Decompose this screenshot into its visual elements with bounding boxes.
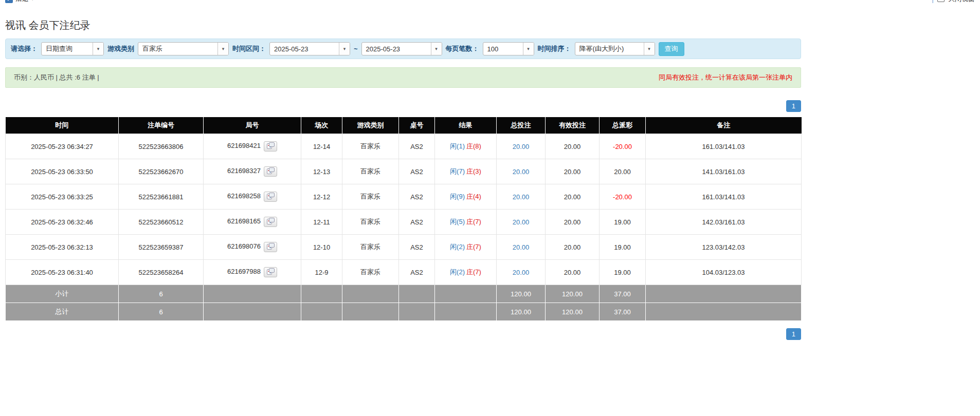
dice-icon	[267, 218, 275, 226]
round-detail-button[interactable]	[264, 217, 277, 227]
total-bet-link[interactable]: 20.00	[513, 193, 530, 201]
empty-cell	[399, 303, 435, 321]
dice-icon	[267, 193, 275, 201]
chevron-down-icon: ▾	[217, 43, 228, 55]
round-detail-button[interactable]	[264, 166, 277, 177]
total-payout: 37.00	[600, 303, 646, 321]
cell-game-type: 百家乐	[342, 134, 399, 159]
cell-session: 12-10	[301, 235, 342, 260]
cell-payout: -20.00	[600, 184, 646, 210]
total-bet-link[interactable]: 20.00	[513, 143, 530, 150]
date-from-input[interactable]: 2025-05-23 ▾	[269, 42, 350, 55]
payout-value: 19.00	[614, 243, 631, 251]
sort-value: 降幂(由大到小)	[575, 43, 644, 55]
payout-value: 20.00	[614, 168, 631, 176]
result-banker: 庄(7)	[466, 268, 481, 276]
sort-select[interactable]: 降幂(由大到小) ▾	[575, 42, 655, 55]
cell-total-bet: 20.00	[497, 134, 546, 159]
round-detail-button[interactable]	[264, 192, 277, 202]
round-id: 621697988	[227, 268, 261, 275]
page-size-select[interactable]: 100 ▾	[483, 42, 534, 55]
cell-total-bet: 20.00	[497, 235, 546, 260]
empty-cell	[342, 285, 399, 303]
payout-value: 19.00	[614, 218, 631, 226]
empty-cell	[646, 303, 802, 321]
page-1-button[interactable]: 1	[786, 100, 801, 112]
round-detail-button[interactable]	[264, 267, 277, 277]
cell-session: 12-11	[301, 210, 342, 235]
subtotal-total_bet: 120.00	[497, 285, 546, 303]
dice-icon	[267, 142, 275, 150]
column-header: 结果	[435, 117, 497, 134]
table-row: 2025-05-23 06:32:46522523660512621698165…	[6, 210, 802, 235]
empty-cell	[435, 285, 497, 303]
summary-bar: 币别：人民币 | 总共 :6 注单 | 同局有效投注，统一计算在该局第一张注单内	[5, 67, 801, 88]
main-content: 视讯 会员下注纪录 请选择： 日期查询 ▾ 游戏类别 百家乐 ▾ 时间区间： 2…	[5, 18, 801, 340]
total-bet-link[interactable]: 20.00	[513, 269, 530, 276]
cell-round: 621698421	[204, 134, 301, 159]
cell-remark: 142.03/161.03	[646, 210, 802, 235]
cell-valid-bet: 20.00	[546, 159, 600, 184]
date-separator: ~	[354, 45, 358, 53]
column-header: 时间	[6, 117, 119, 134]
table-row: 2025-05-23 06:32:13522523659387621698076…	[6, 235, 802, 260]
empty-cell	[301, 303, 342, 321]
result-player: 闲(5)	[450, 218, 465, 225]
cell-bet-id: 522523661881	[119, 184, 204, 210]
cell-table-no: AS2	[399, 134, 435, 159]
subtotal-payout: 37.00	[600, 285, 646, 303]
back-control[interactable]: ✔ 后退 ▾	[5, 0, 34, 4]
page-size-value: 100	[483, 43, 523, 55]
cell-round: 621698165	[204, 210, 301, 235]
date-to-input[interactable]: 2025-05-23 ▾	[361, 42, 442, 55]
cell-payout: 19.00	[600, 210, 646, 235]
cell-table-no: AS2	[399, 210, 435, 235]
cell-round: 621698076	[204, 235, 301, 260]
total-count: 6	[119, 303, 204, 321]
total-bet-link[interactable]: 20.00	[513, 218, 530, 226]
close-window-label: 关闭视窗	[948, 0, 975, 4]
subtotal-count: 6	[119, 285, 204, 303]
records-table: 时间注单编号局号场次游戏类别桌号结果总投注有效投注总派彩备注 2025-05-2…	[5, 117, 802, 321]
round-detail-button[interactable]	[264, 242, 277, 252]
cell-total-bet: 20.00	[497, 184, 546, 210]
column-header: 游戏类别	[342, 117, 399, 134]
empty-cell	[646, 285, 802, 303]
total-bet-link[interactable]: 20.00	[513, 243, 530, 251]
cell-session: 12-13	[301, 159, 342, 184]
round-detail-button[interactable]	[264, 141, 277, 152]
cell-remark: 123.03/142.03	[646, 235, 802, 260]
close-window-control[interactable]: | 关闭视窗	[932, 0, 975, 4]
table-row: 2025-05-23 06:33:50522523662670621698327…	[6, 159, 802, 184]
cell-result: 闲(7)庄(3)	[435, 159, 497, 184]
pagination-bottom: 1	[5, 328, 801, 340]
check-icon: ✔	[5, 0, 13, 3]
page-title: 视讯 会员下注纪录	[5, 18, 801, 32]
dice-icon	[267, 268, 275, 276]
cell-result: 闲(5)庄(7)	[435, 210, 497, 235]
total-bet-link[interactable]: 20.00	[513, 168, 530, 176]
dice-icon	[267, 167, 275, 176]
game-type-select[interactable]: 百家乐 ▾	[138, 42, 229, 55]
cell-game-type: 百家乐	[342, 235, 399, 260]
round-id: 621698076	[227, 242, 261, 250]
result-player: 闲(7)	[450, 167, 465, 175]
payout-value: -20.00	[613, 143, 632, 150]
cell-total-bet: 20.00	[497, 159, 546, 184]
page-1-button[interactable]: 1	[786, 328, 801, 340]
column-header: 注单编号	[119, 117, 204, 134]
result-banker: 庄(7)	[466, 218, 481, 225]
select-type-label: 请选择：	[11, 44, 38, 53]
chevron-down-icon: ▾	[431, 43, 442, 55]
query-type-value: 日期查询	[42, 43, 93, 55]
payout-value: -20.00	[613, 193, 632, 201]
page-size-label: 每页笔数：	[446, 44, 479, 53]
cell-table-no: AS2	[399, 260, 435, 285]
query-type-select[interactable]: 日期查询 ▾	[41, 42, 104, 55]
search-button[interactable]: 查询	[659, 42, 684, 56]
cell-session: 12-14	[301, 134, 342, 159]
column-header: 场次	[301, 117, 342, 134]
subtotal-row: 小计6120.00120.0037.00	[6, 285, 802, 303]
cell-valid-bet: 20.00	[546, 134, 600, 159]
cell-payout: 19.00	[600, 235, 646, 260]
